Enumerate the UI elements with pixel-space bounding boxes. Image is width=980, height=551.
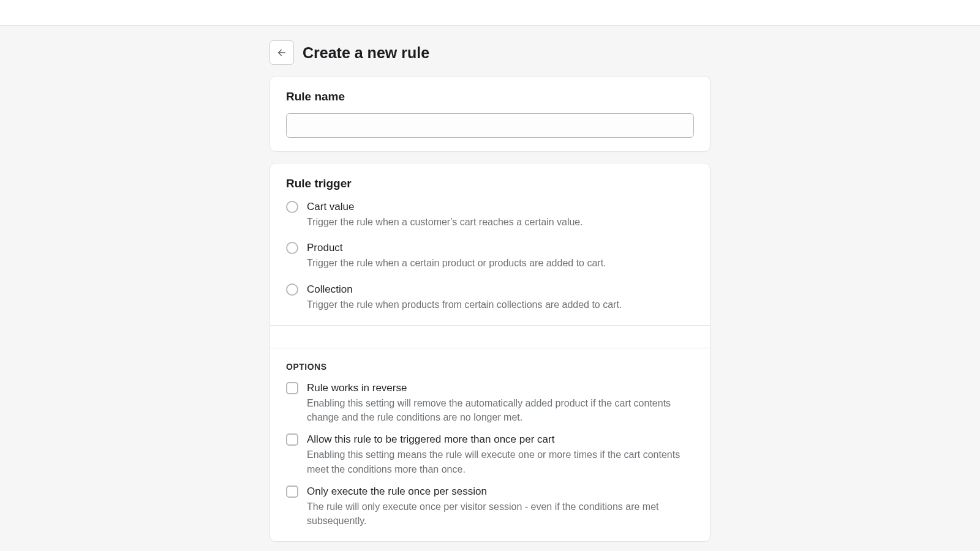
option-desc: The rule will only execute once per visi… [307,500,694,528]
option-label: Allow this rule to be triggered more tha… [307,433,694,446]
radio-icon [286,201,298,213]
option-desc: Enabling this setting means the rule wil… [307,448,694,476]
option-once-per-session[interactable]: Only execute the rule once per session T… [286,485,694,528]
options-heading: OPTIONS [286,362,694,372]
trigger-option-desc: Trigger the rule when a certain product … [307,256,606,270]
option-text: Rule works in reverse Enabling this sett… [307,381,694,424]
back-button[interactable] [270,40,294,65]
rule-trigger-card: Rule trigger Cart value Trigger the rule… [270,163,710,542]
trigger-option-label: Product [307,241,606,255]
trigger-option-text: Collection Trigger the rule when product… [307,283,622,312]
rule-name-card: Rule name [270,76,710,152]
arrow-left-icon [276,47,287,58]
option-reverse[interactable]: Rule works in reverse Enabling this sett… [286,381,694,424]
trigger-option-cart-value[interactable]: Cart value Trigger the rule when a custo… [286,200,694,229]
trigger-option-collection[interactable]: Collection Trigger the rule when product… [286,283,694,312]
option-label: Rule works in reverse [307,381,694,395]
option-text: Only execute the rule once per session T… [307,485,694,528]
radio-icon [286,242,298,254]
page-header: Create a new rule [270,40,710,65]
checkbox-icon [286,433,298,446]
trigger-option-label: Collection [307,283,622,296]
trigger-radio-group: Cart value Trigger the rule when a custo… [286,200,694,312]
trigger-option-text: Product Trigger the rule when a certain … [307,241,606,270]
trigger-option-text: Cart value Trigger the rule when a custo… [307,200,583,229]
trigger-option-product[interactable]: Product Trigger the rule when a certain … [286,241,694,270]
spacer [270,326,710,348]
trigger-option-desc: Trigger the rule when a customer's cart … [307,215,583,229]
content-area: Create a new rule Rule name Rule trigger… [0,26,980,551]
rule-name-heading: Rule name [286,90,694,103]
options-check-group: Rule works in reverse Enabling this sett… [286,381,694,528]
rule-trigger-heading: Rule trigger [286,177,694,190]
page-title: Create a new rule [303,44,429,62]
trigger-option-label: Cart value [307,200,583,214]
checkbox-icon [286,382,298,394]
trigger-option-desc: Trigger the rule when products from cert… [307,298,622,312]
option-text: Allow this rule to be triggered more tha… [307,433,694,476]
option-multi-trigger[interactable]: Allow this rule to be triggered more tha… [286,433,694,476]
checkbox-icon [286,485,298,498]
rule-name-input[interactable] [286,113,694,138]
page-root: Create a new rule Rule name Rule trigger… [0,0,980,551]
radio-icon [286,283,298,296]
top-bar [0,0,980,26]
option-desc: Enabling this setting will remove the au… [307,396,694,424]
option-label: Only execute the rule once per session [307,485,694,498]
